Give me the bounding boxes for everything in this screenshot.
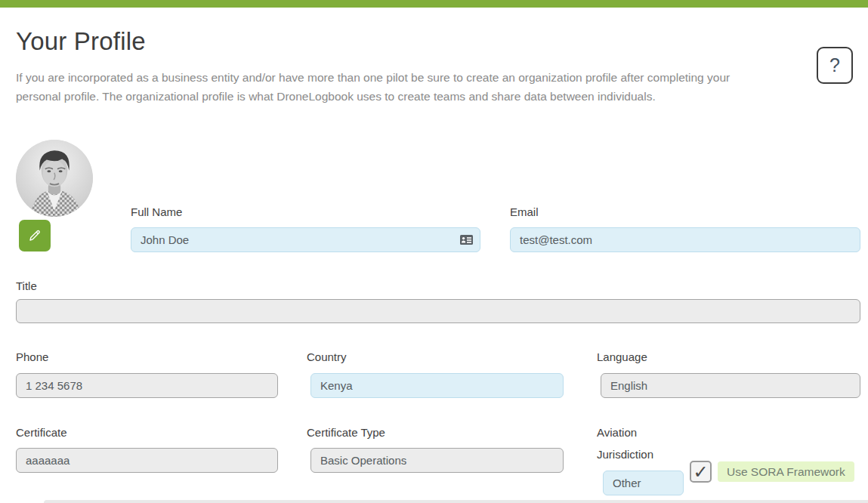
aviation-jurisdiction-input[interactable]: [603, 471, 684, 495]
full-name-label: Full Name: [131, 205, 182, 218]
avatar: [16, 140, 93, 217]
checkbox-checkmark-icon: ✓: [693, 463, 708, 481]
help-button[interactable]: ?: [817, 47, 853, 84]
sora-checkbox[interactable]: ✓: [690, 461, 712, 483]
certificate-label: Certificate: [16, 426, 67, 439]
page-title: Your Profile: [16, 27, 146, 56]
sora-framework-chip[interactable]: Use SORA Framework: [718, 461, 854, 482]
language-input[interactable]: [601, 373, 860, 398]
certificate-input[interactable]: [16, 448, 278, 473]
title-label: Title: [16, 279, 37, 292]
email-input[interactable]: [510, 227, 860, 252]
email-label: Email: [510, 205, 539, 218]
page-description: If you are incorporated as a business en…: [16, 68, 762, 106]
language-label: Language: [597, 350, 647, 363]
country-label: Country: [307, 350, 347, 363]
phone-input[interactable]: [16, 373, 278, 398]
question-mark-icon: ?: [829, 54, 840, 76]
edit-pencil-icon: [27, 228, 42, 243]
profile-page: Your Profile If you are incorporated as …: [0, 0, 868, 503]
bottom-section-edge: [44, 500, 868, 503]
top-accent-bar: [0, 0, 868, 8]
certificate-type-label: Certificate Type: [307, 426, 385, 439]
full-name-field-wrap: [131, 227, 480, 252]
aviation-jurisdiction-label: Aviation Jurisdiction: [597, 421, 669, 465]
country-input[interactable]: [310, 373, 564, 398]
full-name-input[interactable]: [131, 227, 480, 252]
edit-avatar-button[interactable]: [19, 220, 51, 252]
sora-framework-label: Use SORA Framework: [727, 465, 845, 479]
title-input[interactable]: [16, 299, 860, 323]
phone-label: Phone: [16, 350, 48, 363]
avatar-portrait-image: [16, 140, 93, 217]
certificate-type-input[interactable]: [310, 448, 564, 473]
